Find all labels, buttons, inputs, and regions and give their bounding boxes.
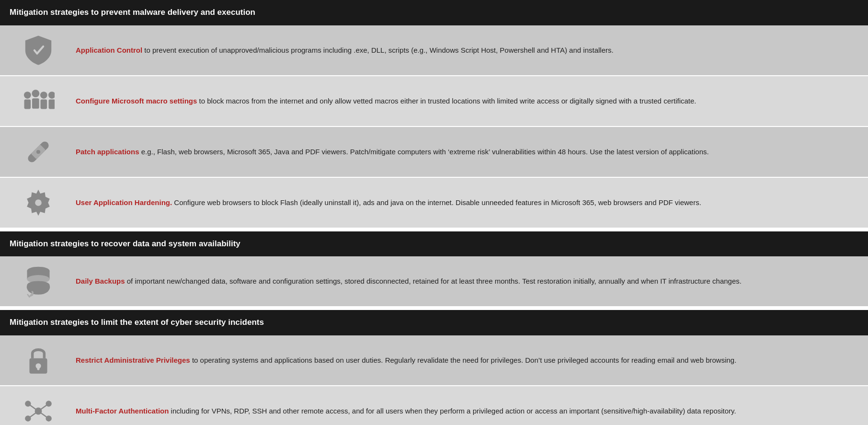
item-patch-apps-body: e.g., Flash, web browsers, Microsoft 365…: [139, 148, 709, 156]
page-container: Mitigation strategies to prevent malware…: [0, 0, 868, 425]
item-app-control-body: to prevent execution of unapproved/malic…: [142, 46, 614, 54]
gear-icon: [10, 186, 67, 219]
item-app-control-text: Application Control to prevent execution…: [67, 45, 858, 56]
item-app-control-highlight: Application Control: [76, 46, 142, 54]
item-hardening-body: Configure web browsers to block Flash (i…: [172, 198, 701, 207]
shield-icon: [10, 34, 67, 67]
item-macro-highlight: Configure Microsoft macro settings: [76, 97, 197, 105]
item-patch-apps-highlight: Patch applications: [76, 148, 139, 156]
item-restrict-priv-body: to operating systems and applications ba…: [190, 356, 737, 364]
section-limit-header: Mitigation strategies to limit the exten…: [0, 310, 868, 335]
item-app-control: Application Control to prevent execution…: [0, 25, 868, 76]
item-patch-apps-text: Patch applications e.g., Flash, web brow…: [67, 147, 858, 157]
item-restrict-priv-text: Restrict Administrative Privileges to op…: [67, 355, 858, 366]
item-macro-body: to block macros from the internet and on…: [197, 97, 696, 105]
item-backups: Daily Backups of important new/changed d…: [0, 256, 868, 307]
item-backups-text: Daily Backups of important new/changed d…: [67, 276, 858, 287]
item-restrict-priv: Restrict Administrative Privileges to op…: [0, 335, 868, 386]
section-prevent: Mitigation strategies to prevent malware…: [0, 0, 868, 229]
item-mfa-highlight: Multi-Factor Authentication: [76, 407, 169, 415]
item-macro: Configure Microsoft macro settings to bl…: [0, 76, 868, 127]
item-mfa: Multi-Factor Authentication including fo…: [0, 386, 868, 425]
section-recover: Mitigation strategies to recover data an…: [0, 231, 868, 308]
database-icon: [10, 265, 67, 298]
item-mfa-text: Multi-Factor Authentication including fo…: [67, 406, 858, 416]
item-hardening-highlight: User Application Hardening.: [76, 198, 172, 207]
lock-icon: [10, 344, 67, 377]
item-hardening-text: User Application Hardening. Configure we…: [67, 197, 858, 208]
item-patch-apps: Patch applications e.g., Flash, web brow…: [0, 127, 868, 178]
item-backups-body: of important new/changed data, software …: [125, 277, 742, 285]
bandaid-icon: [10, 136, 67, 168]
network-icon: [10, 395, 67, 425]
item-hardening: User Application Hardening. Configure we…: [0, 178, 868, 229]
item-macro-text: Configure Microsoft macro settings to bl…: [67, 96, 858, 106]
section-limit: Mitigation strategies to limit the exten…: [0, 310, 868, 425]
section-prevent-header: Mitigation strategies to prevent malware…: [0, 0, 868, 25]
item-backups-highlight: Daily Backups: [76, 277, 125, 285]
section-recover-header: Mitigation strategies to recover data an…: [0, 231, 868, 257]
people-icon: [10, 85, 67, 117]
item-mfa-body: including for VPNs, RDP, SSH and other r…: [169, 407, 736, 415]
item-restrict-priv-highlight: Restrict Administrative Privileges: [76, 356, 190, 364]
